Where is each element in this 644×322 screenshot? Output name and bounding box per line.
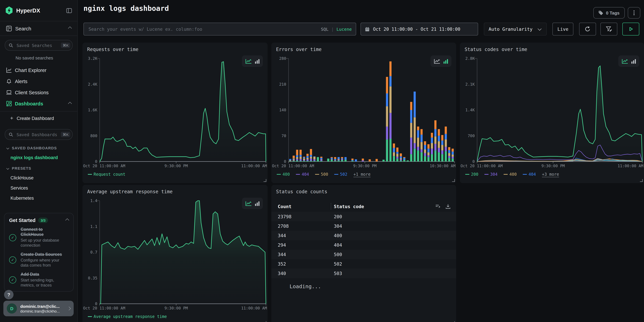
saved-dashboards-field[interactable]: [16, 132, 61, 137]
time-range-picker[interactable]: Oct 20 11:00:00 - Oct 21 11:00:00: [360, 23, 478, 36]
get-started-item[interactable]: ✓ Connect to ClickHouse Set up your data…: [9, 227, 68, 248]
table-row[interactable]: 23798200: [271, 212, 456, 221]
sidebar-item-search[interactable]: Search: [0, 21, 77, 36]
bar-segment-404: [338, 160, 340, 160]
column-resize-handle[interactable]: [331, 203, 331, 210]
upstream-chart-canvas[interactable]: 00.350.71.11.4Oct 20 11:00:00 AM9:30:00 …: [82, 185, 268, 322]
saved-searches-input[interactable]: ⌘K: [5, 40, 73, 51]
table-row[interactable]: 344500: [271, 250, 456, 259]
table-row[interactable]: 340503: [271, 268, 456, 278]
bar-segment-502: [424, 145, 426, 149]
chart-type-toggle[interactable]: [242, 198, 263, 209]
legend-item[interactable]: Request count: [94, 172, 125, 177]
download-icon[interactable]: [445, 204, 451, 209]
saved-dashboards-input[interactable]: ⌘K: [5, 129, 73, 140]
y-tick-label: 800: [90, 134, 97, 138]
sidebar-item-chart-explorer[interactable]: Chart Explorer: [0, 64, 77, 76]
y-tick-label: 0.7: [90, 250, 97, 254]
filter-button[interactable]: [600, 23, 617, 36]
resize-handle[interactable]: [640, 179, 643, 182]
chart-type-toggle[interactable]: [618, 56, 639, 67]
x-tick-label: 11:00:00 AM: [618, 164, 643, 168]
bar-segment-404: [396, 157, 398, 159]
cell-status-code: 500: [334, 252, 342, 257]
sidebar-item-services[interactable]: Services: [10, 186, 77, 190]
bar-segment-503: [352, 159, 354, 160]
bar-segment-503: [376, 159, 378, 162]
sidebar-item-clickhouse[interactable]: ClickHouse: [10, 175, 77, 180]
legend-item[interactable]: 502: [340, 172, 347, 177]
bar-segment-500: [296, 157, 298, 159]
resize-handle[interactable]: [264, 179, 266, 182]
bar-segment-404: [424, 153, 426, 156]
saved-dashboards-header[interactable]: SAVED DASHBOARDS: [7, 146, 77, 150]
chart-type-toggle[interactable]: [242, 56, 263, 67]
bar-segment-502: [438, 136, 440, 142]
legend-more[interactable]: +1 more: [354, 172, 370, 177]
status-codes-chart-canvas[interactable]: 07001.4K2.1K2.8KOct 20 11:00:00 AM9:30:0…: [460, 42, 644, 183]
saved-searches-field[interactable]: [16, 42, 61, 48]
create-dashboard-button[interactable]: + Create Dashboard: [0, 112, 77, 125]
bar-segment-502: [434, 129, 436, 136]
cell-count: 340: [278, 271, 286, 276]
more-options-button[interactable]: [628, 7, 640, 18]
legend-item[interactable]: 404: [528, 172, 536, 177]
tags-button[interactable]: 0 Tags: [593, 7, 625, 18]
presets-header[interactable]: PRESETS: [7, 166, 77, 170]
legend-more[interactable]: +3 more: [542, 172, 559, 177]
legend-item[interactable]: 404: [302, 172, 309, 177]
chevron-up-icon[interactable]: [68, 26, 72, 30]
x-tick-label: Oct 20 11:00:00 AM: [83, 306, 125, 310]
sql-mode-toggle[interactable]: SQL: [321, 26, 328, 32]
granularity-select[interactable]: Auto Granularity: [484, 23, 547, 36]
column-header-count[interactable]: Count: [278, 204, 292, 209]
y-tick-label: 1.4K: [466, 108, 475, 112]
expand-rows-icon[interactable]: [435, 204, 440, 209]
refresh-button[interactable]: [579, 23, 596, 36]
help-button[interactable]: ?: [4, 290, 14, 299]
sidebar-item-kubernetes[interactable]: Kubernetes: [10, 196, 77, 201]
bar-segment-400: [344, 160, 347, 162]
sidebar-item-nginx-dashboard[interactable]: nginx logs dashboard: [10, 155, 77, 160]
legend-item[interactable]: 304: [490, 172, 498, 177]
legend-item[interactable]: 400: [509, 172, 516, 177]
lucene-mode-toggle[interactable]: Lucene: [336, 26, 352, 32]
resize-handle[interactable]: [452, 321, 455, 322]
chevron-up-icon[interactable]: [66, 218, 69, 222]
bar-segment-503: [410, 102, 412, 110]
sidebar-item-client-sessions[interactable]: Client Sessions: [0, 87, 77, 98]
legend-item[interactable]: 500: [321, 172, 328, 177]
bar-segment-500: [338, 159, 340, 160]
chevron-up-icon[interactable]: [68, 102, 72, 106]
live-button[interactable]: Live: [552, 23, 574, 36]
errors-chart-canvas[interactable]: 070140210280Oct 20 11:00:00 AM9:30:00 PM…: [271, 42, 456, 183]
chart-type-toggle[interactable]: [430, 56, 452, 67]
sidebar-item-dashboards[interactable]: Dashboards: [0, 98, 77, 109]
table-row[interactable]: 344400: [271, 231, 456, 240]
sidebar-collapse-icon[interactable]: [66, 8, 72, 13]
bar-segment-502: [355, 159, 357, 162]
table-row[interactable]: 294404: [271, 240, 456, 250]
requests-chart-canvas[interactable]: 08001.6K2.4K3.2KOct 20 11:00:00 AM9:30:0…: [82, 42, 268, 183]
bar-segment-502: [314, 156, 316, 157]
resize-handle[interactable]: [452, 179, 455, 182]
user-menu[interactable]: D dominic.tran@clic... dominic.tran@clic…: [4, 301, 74, 316]
resize-handle[interactable]: [264, 321, 266, 322]
event-search-input[interactable]: [88, 26, 321, 32]
tags-label: 0 Tags: [606, 10, 620, 15]
event-search-bar[interactable]: SQL | Lucene: [84, 23, 356, 36]
table-row[interactable]: 352502: [271, 259, 456, 268]
table-row[interactable]: 2708304: [271, 221, 456, 231]
get-started-item[interactable]: ✓ Create Data Sources Configure where yo…: [9, 252, 68, 268]
bar-segment-500: [320, 159, 322, 160]
legend-item[interactable]: 200: [471, 172, 478, 177]
filter-icon: [606, 26, 612, 32]
run-query-button[interactable]: [622, 23, 639, 36]
sidebar-item-alerts[interactable]: Alerts: [0, 76, 77, 87]
legend-item[interactable]: Average upstream response time: [94, 314, 167, 319]
legend-item[interactable]: 400: [282, 172, 290, 177]
get-started-item-title: Add Data: [20, 272, 65, 277]
get-started-item[interactable]: ✓ Add Data Start sending logs, metrics, …: [9, 272, 68, 288]
bar-segment-500: [441, 145, 444, 150]
column-header-status-code[interactable]: Status code: [334, 204, 364, 209]
